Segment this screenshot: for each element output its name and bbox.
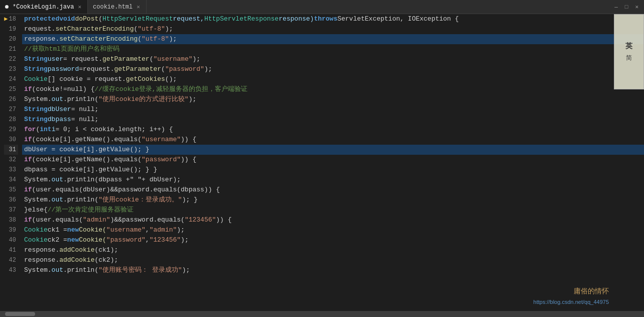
line-number-35: 35	[4, 185, 18, 195]
code-line-41: response.addCookie(ck1);	[22, 245, 644, 255]
code-line-30: if (cookie[i].getName().equals("username…	[22, 135, 644, 145]
line-number-33: 33	[4, 165, 18, 175]
code-line-31: dbUser = cookie[i].getValue(); }	[22, 145, 644, 155]
blog-url: https://blog.csdn.net/qq_44975	[534, 299, 609, 305]
code-line-34: System.out.println(dbpass +" "+ dbUser);	[22, 175, 644, 185]
line-number-26: 26	[4, 94, 18, 104]
code-line-27: String dbUser = null;	[22, 104, 644, 115]
line-number-37: 37	[4, 205, 18, 215]
line-number-40: 40	[4, 235, 18, 245]
tab-label-2: cookie.html	[93, 4, 133, 11]
horizontal-scrollbar[interactable]	[0, 311, 644, 317]
line-number-23: 23	[4, 64, 18, 74]
code-content[interactable]: protected void doPost(HttpServletRequest…	[22, 14, 644, 311]
code-area: ▶181920212223242526272829303132333435363…	[0, 14, 644, 311]
line-number-21: 21	[4, 44, 18, 54]
line-number-42: 42	[4, 255, 18, 265]
code-line-39: Cookie ck1 = new Cookie("username", "adm…	[22, 225, 644, 235]
tab-close-1[interactable]: ✕	[77, 3, 82, 11]
code-line-37: }else{ //第一次肯定使用服务器验证	[22, 205, 644, 215]
code-line-25: if (cookie!=null) { //缓存cookie登录,减轻服务器的负…	[22, 84, 644, 94]
code-line-19: request.setCharacterEncoding("utf-8");	[22, 24, 644, 34]
code-line-24: Cookie[] cookie = request.getCookies();	[22, 74, 644, 84]
editor-container: *CookieLogin.java ✕ cookie.html ✕ — □ ✕ …	[0, 0, 644, 317]
code-line-29: for (int i = 0; i < cookie.length; i++) …	[22, 125, 644, 135]
line-number-43: 43	[4, 265, 18, 275]
window-controls: — □ ✕	[612, 3, 644, 11]
line-number-32: 32	[4, 155, 18, 165]
code-line-32: if (cookie[i].getName().equals("password…	[22, 155, 644, 165]
close-button[interactable]: ✕	[632, 3, 641, 11]
code-line-33: dbpass = cookie[i].getValue(); } }	[22, 165, 644, 175]
code-line-23: String password =request.getParameter("p…	[22, 64, 644, 74]
minimize-button[interactable]: —	[612, 3, 620, 11]
sidebar-label-1: 英	[625, 42, 632, 51]
line-number-39: 39	[4, 225, 18, 235]
scrollbar-thumb[interactable]	[5, 312, 35, 316]
code-line-43: System.out.println("使用账号密码： 登录成功");	[22, 265, 644, 275]
tab-bar: *CookieLogin.java ✕ cookie.html ✕ — □ ✕	[0, 0, 644, 14]
line-number-31: 31	[4, 145, 18, 155]
line-number-22: 22	[4, 54, 18, 64]
line-number-36: 36	[4, 195, 18, 205]
tab-close-2[interactable]: ✕	[136, 3, 141, 11]
code-lines: protected void doPost(HttpServletRequest…	[22, 14, 644, 275]
code-line-20: response.setCharacterEncoding("utf-8");	[22, 34, 644, 44]
code-line-35: if (user.equals(dbUser)&&password.equals…	[22, 185, 644, 195]
line-number-24: 24	[4, 74, 18, 84]
line-number-18: ▶18	[4, 14, 18, 24]
line-number-19: 19	[4, 24, 18, 34]
tab-label-1: *CookieLogin.java	[13, 4, 74, 11]
code-line-22: String user = request.getParameter("user…	[22, 54, 644, 64]
line-number-38: 38	[4, 215, 18, 225]
code-line-42: response.addCookie(ck2);	[22, 255, 644, 265]
tab-cookie-html[interactable]: cookie.html ✕	[88, 0, 147, 14]
code-line-36: System.out.println("使用cookie：登录成功。"); }	[22, 195, 644, 205]
sidebar-label-2: 简	[626, 54, 632, 62]
line-number-29: 29	[4, 125, 18, 135]
tab-cookie-login[interactable]: *CookieLogin.java ✕	[0, 0, 88, 14]
code-line-18: protected void doPost(HttpServletRequest…	[22, 14, 644, 24]
line-number-20: 20	[4, 34, 18, 44]
maximize-button[interactable]: □	[622, 3, 631, 11]
code-line-28: String dbpass = null;	[22, 115, 644, 125]
line-number-41: 41	[4, 245, 18, 255]
code-line-21: //获取html页面的用户名和密码	[22, 44, 644, 54]
line-number-30: 30	[4, 135, 18, 145]
line-number-34: 34	[4, 175, 18, 185]
line-number-28: 28	[4, 115, 18, 125]
sidebar-overlay[interactable]: 英 简	[614, 14, 644, 89]
code-line-26: System.out.println("使用cookie的方式进行比较");	[22, 94, 644, 104]
code-line-38: if (user.equals("admin")&&password.equal…	[22, 215, 644, 225]
line-number-27: 27	[4, 104, 18, 115]
watermark: 庸俗的情怀	[574, 287, 609, 296]
code-line-40: Cookie ck2 = new Cookie("password", "123…	[22, 235, 644, 245]
line-numbers: ▶181920212223242526272829303132333435363…	[0, 14, 22, 311]
line-number-25: 25	[4, 84, 18, 94]
